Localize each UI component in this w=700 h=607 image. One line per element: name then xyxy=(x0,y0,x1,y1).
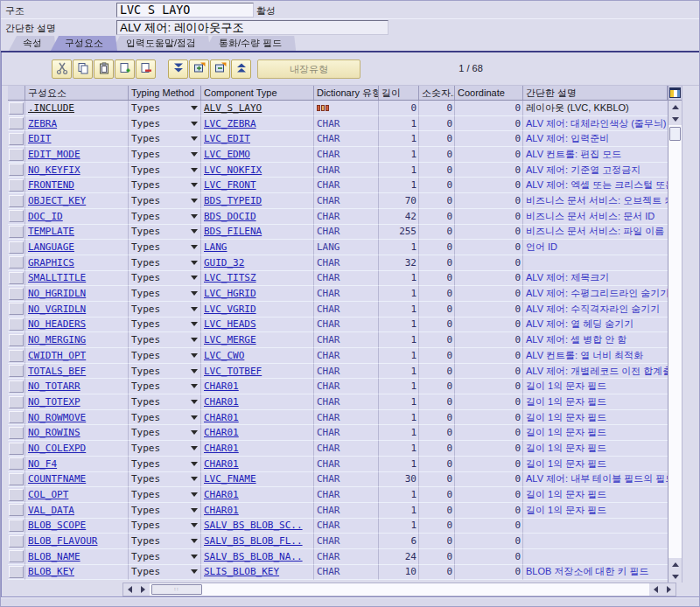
typing-method-cell[interactable]: Types xyxy=(129,534,201,549)
component-type-link[interactable]: SALV_BS_BLOB_FL.. xyxy=(204,534,303,548)
row-selector-button[interactable] xyxy=(9,303,24,315)
component-name-link[interactable]: COUNTFNAME xyxy=(28,472,86,487)
dropdown-arrow-icon[interactable] xyxy=(191,523,198,527)
typing-method-cell[interactable]: Types xyxy=(129,457,201,472)
component-name-link[interactable]: COL_OPT xyxy=(28,487,68,502)
dropdown-arrow-icon[interactable] xyxy=(191,291,198,296)
row-selector[interactable] xyxy=(8,240,25,255)
dropdown-arrow-icon[interactable] xyxy=(191,229,198,234)
dropdown-arrow-icon[interactable] xyxy=(191,555,198,559)
dropdown-arrow-icon[interactable] xyxy=(191,168,198,172)
row-selector[interactable] xyxy=(8,116,25,132)
row-selector[interactable] xyxy=(8,519,25,534)
tab-1[interactable]: 속성 xyxy=(9,36,56,51)
typing-method-cell[interactable]: Types xyxy=(129,209,201,225)
scroll-left-button[interactable] xyxy=(123,583,136,596)
typing-method-cell[interactable]: Types xyxy=(129,487,201,503)
tab-2[interactable]: 구성요소 xyxy=(51,36,117,51)
component-name-link[interactable]: FRONTEND xyxy=(28,178,74,192)
dropdown-arrow-icon[interactable] xyxy=(191,307,198,311)
component-name-link[interactable]: NO_VGRIDLN xyxy=(28,302,86,317)
component-type-link[interactable]: BDS_DOCID xyxy=(204,209,256,224)
scroll-page-up-button[interactable] xyxy=(668,558,682,570)
row-selector-button[interactable] xyxy=(9,334,24,346)
component-name-link[interactable]: BLOB_KEY xyxy=(28,565,74,580)
row-selector-button[interactable] xyxy=(9,566,24,578)
row-selector-button[interactable] xyxy=(9,272,24,284)
component-type-link[interactable]: CHAR01 xyxy=(204,425,239,440)
row-selector[interactable] xyxy=(8,379,25,394)
vertical-scrollbar[interactable] xyxy=(668,86,682,583)
vertical-scroll-track[interactable] xyxy=(668,143,682,558)
component-type-link[interactable]: GUID_32 xyxy=(204,255,244,270)
dropdown-arrow-icon[interactable] xyxy=(191,353,198,358)
dropdown-arrow-icon[interactable] xyxy=(191,384,198,388)
component-type-link[interactable]: SLIS_BLOB_KEY xyxy=(204,565,279,580)
row-selector-button[interactable] xyxy=(9,443,24,455)
dropdown-arrow-icon[interactable] xyxy=(191,508,198,513)
scroll-left-button[interactable] xyxy=(649,583,662,596)
row-selector-button[interactable] xyxy=(9,457,24,470)
typing-method-cell[interactable]: Types xyxy=(129,178,201,193)
row-selector[interactable] xyxy=(8,534,25,549)
scroll-right-button[interactable] xyxy=(662,583,676,596)
component-type-link[interactable]: LVC_EDIT xyxy=(204,131,250,146)
row-selector[interactable] xyxy=(8,271,25,287)
row-selector-button[interactable] xyxy=(9,380,24,393)
tab-4[interactable]: 통화/수량 필드 xyxy=(205,36,296,51)
insert-row-button[interactable] xyxy=(115,59,135,79)
component-name-link[interactable]: NO_HEADERS xyxy=(28,317,86,332)
row-selector[interactable] xyxy=(8,147,25,163)
row-selector[interactable] xyxy=(8,209,25,225)
row-selector-button[interactable] xyxy=(9,102,24,115)
double-chevron-down-button[interactable] xyxy=(168,59,188,79)
component-type-link[interactable]: BDS_TYPEID xyxy=(204,193,262,208)
component-name-link[interactable]: BLOB_SCOPE xyxy=(28,519,86,534)
typing-method-cell[interactable]: Types xyxy=(129,271,201,287)
row-selector[interactable] xyxy=(8,255,25,271)
row-selector[interactable] xyxy=(8,101,25,116)
row-selector-button[interactable] xyxy=(9,149,24,161)
scroll-up-button[interactable] xyxy=(668,101,682,113)
component-name-link[interactable]: DOC_ID xyxy=(28,209,63,224)
row-selector-button[interactable] xyxy=(9,550,24,562)
row-selector[interactable] xyxy=(8,193,25,209)
typing-method-cell[interactable]: Types xyxy=(129,379,201,394)
row-selector[interactable] xyxy=(8,131,25,147)
component-name-link[interactable]: SMALLTITLE xyxy=(28,271,86,286)
typing-method-cell[interactable]: Types xyxy=(129,193,201,209)
component-type-link[interactable]: CHAR01 xyxy=(204,487,239,502)
component-name-link[interactable]: .INCLUDE xyxy=(28,101,74,115)
component-name-link[interactable]: EDIT xyxy=(28,131,52,146)
paste-button[interactable] xyxy=(94,59,114,79)
typing-method-cell[interactable]: Types xyxy=(129,163,201,178)
typing-method-cell[interactable]: Types xyxy=(129,131,201,147)
dropdown-arrow-icon[interactable] xyxy=(191,430,198,435)
typing-method-cell[interactable]: Types xyxy=(129,116,201,132)
dropdown-arrow-icon[interactable] xyxy=(191,214,198,219)
typing-method-cell[interactable]: Types xyxy=(129,332,201,348)
typing-method-cell[interactable]: Types xyxy=(129,364,201,380)
scroll-page-down-button[interactable] xyxy=(668,113,682,125)
typing-method-cell[interactable]: Types xyxy=(129,472,201,488)
component-name-link[interactable]: VAL_DATA xyxy=(28,503,74,518)
row-selector-button[interactable] xyxy=(9,195,24,207)
component-type-link[interactable]: ALV_S_LAYO xyxy=(204,101,262,115)
component-name-link[interactable]: EDIT_MODE xyxy=(28,147,80,162)
component-name-link[interactable]: NO_MERGING xyxy=(28,332,86,347)
delete-row-button[interactable] xyxy=(136,59,156,79)
typing-method-cell[interactable]: Types xyxy=(129,503,201,519)
component-type-link[interactable]: LANG xyxy=(204,240,228,255)
dropdown-arrow-icon[interactable] xyxy=(191,477,198,481)
horizontal-scrollbar[interactable]: ∷ xyxy=(122,583,676,597)
row-selector-button[interactable] xyxy=(9,241,24,254)
row-selector[interactable] xyxy=(8,178,25,193)
row-selector-button[interactable] xyxy=(9,535,24,548)
typing-method-cell[interactable]: Types xyxy=(129,147,201,163)
component-name-link[interactable]: TOTALS_BEF xyxy=(28,364,86,379)
row-selector-button[interactable] xyxy=(9,504,24,516)
dropdown-arrow-icon[interactable] xyxy=(191,106,198,110)
dropdown-arrow-icon[interactable] xyxy=(191,122,198,126)
component-type-link[interactable]: LVC_MERGE xyxy=(204,332,256,347)
component-name-link[interactable]: ZEBRA xyxy=(28,116,57,131)
